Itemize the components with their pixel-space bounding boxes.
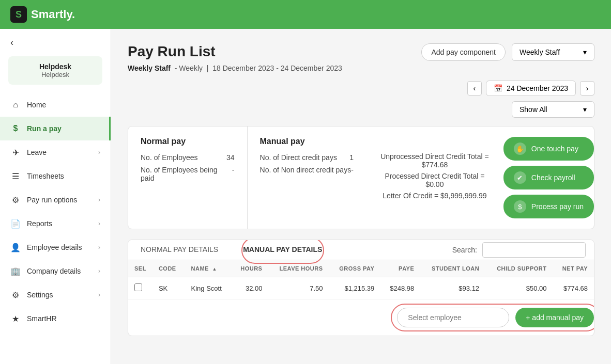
add-manual-pay-button[interactable]: + add manual pay: [515, 308, 594, 327]
sidebar-item-home[interactable]: ⌂ Home: [0, 93, 111, 117]
normal-pay-being-paid-value: -: [232, 166, 235, 182]
letter-of-credit-total: Letter Of Credit = $9,999,999.99: [378, 192, 491, 200]
selected-date: 24 December 2023: [507, 84, 568, 92]
manual-pay-title: Manual pay: [260, 137, 354, 146]
pay-group-value: Weekly Staff: [520, 48, 560, 56]
row-checkbox-cell[interactable]: [128, 277, 152, 299]
sidebar-item-label: Settings: [27, 291, 53, 299]
row-leave-hours: 7.50: [268, 277, 329, 299]
row-checkbox[interactable]: [134, 283, 142, 291]
col-net-pay: NET PAY: [553, 260, 594, 277]
col-hours: HOURS: [232, 260, 269, 277]
non-direct-credit-value: -: [351, 166, 354, 174]
pay-row: No. of Employees being paid -: [141, 166, 235, 182]
home-icon: ⌂: [10, 100, 21, 110]
user-name: Helpdesk: [14, 62, 96, 71]
main-layout: ‹ Helpdesk Helpdesk ⌂ Home $ Run a pay ✈…: [0, 29, 611, 364]
sidebar-item-employee-details[interactable]: 👤 Employee details ›: [0, 235, 111, 259]
back-button[interactable]: ‹: [0, 29, 111, 52]
chevron-right-icon: ›: [98, 244, 100, 251]
table-header-row: SEL CODE NAME ▲ HOURS LEAVE HOURS GROSS …: [128, 260, 594, 277]
sidebar-item-pay-run-options[interactable]: ⚙ Pay run options ›: [0, 188, 111, 212]
col-code: CODE: [152, 260, 185, 277]
chevron-right-icon: ›: [98, 149, 100, 156]
sidebar-item-label: Pay run options: [27, 196, 77, 204]
row-gross-pay: $1,215.39: [329, 277, 381, 299]
row-paye: $248.98: [380, 277, 420, 299]
col-child-support: CHILD SUPPORT: [485, 260, 553, 277]
col-paye: PAYE: [380, 260, 420, 277]
table-row: SK King Scott 32.00 7.50 $1,215.39 $248.…: [128, 277, 594, 299]
sidebar-item-run-a-pay[interactable]: $ Run a pay: [0, 117, 111, 140]
search-label: Search:: [452, 246, 477, 254]
direct-credit-value: 1: [349, 153, 354, 162]
logo: S Smartly.: [10, 6, 75, 23]
sidebar-item-reports[interactable]: 📄 Reports ›: [0, 212, 111, 235]
pay-totals-section: Unprocessed Direct Credit Total = $774.6…: [366, 126, 503, 229]
normal-pay-employees-label: No. of Employees: [141, 153, 198, 162]
pay-group-select[interactable]: Weekly Staff ▾: [512, 43, 594, 61]
tab-manual-pay-details[interactable]: MANUAL PAY DETAILS: [231, 240, 334, 260]
row-child-support: $50.00: [485, 277, 553, 299]
settings-icon: ⚙: [10, 290, 21, 300]
sidebar-item-settings[interactable]: ⚙ Settings ›: [0, 283, 111, 307]
sidebar-item-label: Employee details: [27, 243, 82, 251]
hand-icon: ✋: [514, 143, 526, 155]
one-touch-pay-button[interactable]: ✋ One touch pay: [503, 137, 594, 161]
direct-credit-label: No. of Direct credit pays: [260, 153, 337, 162]
process-pay-run-button[interactable]: $ Process pay run: [503, 195, 594, 218]
top-navigation: S Smartly.: [0, 0, 611, 29]
bottom-actions-highlighted: + add manual pay: [397, 308, 594, 327]
unprocessed-dc-total: Unprocessed Direct Credit Total = $774.6…: [378, 152, 491, 169]
search-right: Search:: [452, 242, 594, 258]
sidebar-item-label: SmartHR: [27, 314, 57, 323]
sidebar-item-leave[interactable]: ✈ Leave ›: [0, 140, 111, 164]
page-title: Pay Run List: [128, 43, 216, 60]
check-icon: ✔: [514, 171, 526, 184]
user-role: Helpdesk: [14, 71, 96, 78]
pay-row: No. of Employees 34: [141, 153, 235, 162]
process-pay-run-label: Process pay run: [531, 202, 584, 211]
sidebar-item-smarthr[interactable]: ★ SmartHR: [0, 307, 111, 330]
dollar-icon: $: [514, 200, 526, 213]
check-payroll-button[interactable]: ✔ Check payroll: [503, 166, 594, 189]
timesheets-icon: ☰: [10, 171, 21, 181]
tab-normal-pay-details[interactable]: NORMAL PAY DETAILS: [128, 240, 231, 260]
chevron-down-icon: ▾: [583, 48, 587, 56]
chevron-right-icon: ›: [98, 220, 100, 227]
check-payroll-label: Check payroll: [531, 173, 575, 182]
sidebar-item-label: Company details: [27, 267, 81, 275]
calendar-icon: 📅: [494, 84, 502, 92]
bottom-row: + add manual pay: [128, 299, 594, 336]
sidebar-item-timesheets[interactable]: ☰ Timesheets: [0, 164, 111, 188]
date-display: 📅 24 December 2023: [486, 81, 576, 96]
normal-pay-section: Normal pay No. of Employees 34 No. of Em…: [128, 126, 247, 229]
row-net-pay: $774.68: [553, 277, 594, 299]
gear-icon: ⚙: [10, 195, 21, 205]
date-navigation: ‹ 📅 24 December 2023 ›: [128, 81, 594, 96]
sidebar-item-label: Run a pay: [27, 124, 62, 133]
prev-date-button[interactable]: ‹: [467, 81, 482, 96]
row-code: SK: [152, 277, 185, 299]
search-input[interactable]: [482, 242, 586, 258]
pay-details-table: SEL CODE NAME ▲ HOURS LEAVE HOURS GROSS …: [128, 260, 594, 299]
chevron-right-icon: ›: [98, 291, 100, 298]
show-all-value: Show All: [520, 105, 547, 114]
sidebar-item-label: Home: [27, 101, 46, 109]
select-employee-input[interactable]: [397, 308, 509, 327]
next-date-button[interactable]: ›: [580, 81, 594, 96]
person-icon: 👤: [10, 242, 21, 252]
brand-name: Smartly.: [31, 8, 75, 21]
col-leave-hours: LEAVE HOURS: [268, 260, 329, 277]
pay-frequency: Weekly: [179, 64, 203, 72]
main-content: Pay Run List Add pay component Weekly St…: [111, 29, 611, 364]
col-student-loan: STUDENT LOAN: [420, 260, 485, 277]
add-pay-component-button[interactable]: Add pay component: [421, 43, 506, 61]
pay-details-table-wrapper: NORMAL PAY DETAILS MANUAL PAY DETAILS Se…: [128, 240, 594, 336]
show-all-dropdown[interactable]: Show All ▾: [512, 101, 594, 118]
sidebar-item-label: Leave: [27, 148, 47, 156]
page-header: Pay Run List Add pay component Weekly St…: [128, 43, 594, 61]
row-name: King Scott: [185, 277, 232, 299]
tabs-left: NORMAL PAY DETAILS MANUAL PAY DETAILS: [128, 240, 334, 260]
sidebar-item-company-details[interactable]: 🏢 Company details ›: [0, 259, 111, 283]
